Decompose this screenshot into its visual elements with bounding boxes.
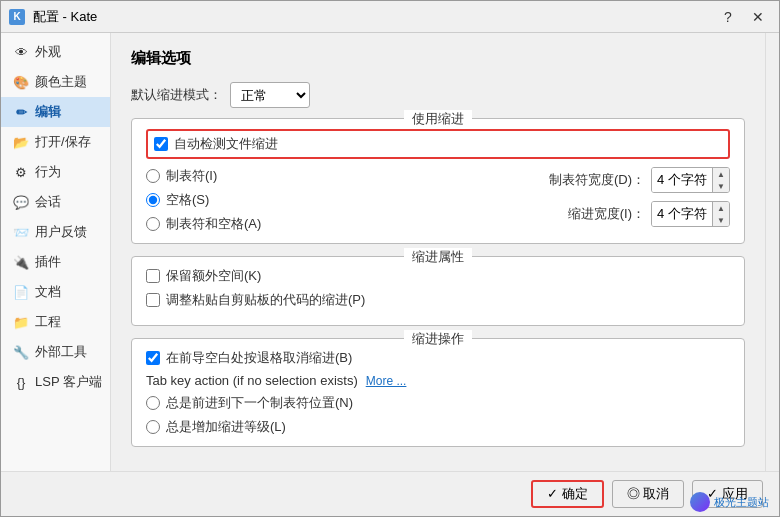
indent-width-spinner-btns: ▲ ▼ — [712, 202, 729, 226]
sidebar-label-open-save: 打开/保存 — [35, 133, 91, 151]
brand-text: 极光主题站 — [714, 495, 769, 510]
sidebar: 👁 外观 🎨 颜色主题 ✏ 编辑 📂 打开/保存 ⚙ 行为 💬 会话 — [1, 33, 111, 471]
sidebar-item-external-tools[interactable]: 🔧 外部工具 — [1, 337, 110, 367]
sidebar-label-feedback: 用户反馈 — [35, 223, 87, 241]
tab-key-action-text: Tab key action (if no selection exists) — [146, 373, 358, 388]
increase-indent-label: 总是增加缩进等级(L) — [166, 418, 286, 436]
project-icon: 📁 — [13, 314, 29, 330]
sidebar-label-plugins: 插件 — [35, 253, 61, 271]
lsp-icon: {} — [13, 374, 29, 390]
adjust-paste-checkbox[interactable] — [146, 293, 160, 307]
scrollbar[interactable] — [765, 33, 779, 471]
sidebar-item-session[interactable]: 💬 会话 — [1, 187, 110, 217]
palette-icon: 🎨 — [13, 74, 29, 90]
indent-width-input[interactable] — [652, 202, 712, 226]
tab-width-spinner: ▲ ▼ — [651, 167, 730, 193]
close-button[interactable]: ✕ — [745, 6, 771, 28]
indent-mode-select[interactable]: 正常 C/C++ Python XML — [230, 82, 310, 108]
sidebar-label-editor: 编辑 — [35, 103, 61, 121]
sidebar-item-docs[interactable]: 📄 文档 — [1, 277, 110, 307]
footer: ✓ 确定 ◎ 取消 ✓ 应用 极光主题站 — [1, 471, 779, 516]
plugin-icon: 🔌 — [13, 254, 29, 270]
space-label: 空格(S) — [166, 191, 209, 209]
folder-icon: 📂 — [13, 134, 29, 150]
sidebar-item-editor[interactable]: ✏ 编辑 — [1, 97, 110, 127]
keep-extra-space-label: 保留额外空间(K) — [166, 267, 261, 285]
indent-width-up[interactable]: ▲ — [713, 202, 729, 214]
sidebar-label-appearance: 外观 — [35, 43, 61, 61]
edit-icon: ✏ — [13, 104, 29, 120]
sidebar-label-color-theme: 颜色主题 — [35, 73, 87, 91]
indent-width-row: 缩进宽度(I)： ▲ ▼ — [549, 201, 730, 227]
behavior-icon: ⚙ — [13, 164, 29, 180]
use-indent-group: 使用缩进 自动检测文件缩进 制表符(I) 空格(S) — [131, 118, 745, 244]
main-content: 编辑选项 默认缩进模式： 正常 C/C++ Python XML 使用缩进 自动… — [111, 33, 765, 471]
indent-mode-label: 默认缩进模式： — [131, 86, 222, 104]
tab-space-radio[interactable] — [146, 217, 160, 231]
keep-extra-space-checkbox[interactable] — [146, 269, 160, 283]
next-tab-pos-label: 总是前进到下一个制表符位置(N) — [166, 394, 353, 412]
tab-width-input[interactable] — [652, 168, 712, 192]
content-area: 👁 外观 🎨 颜色主题 ✏ 编辑 📂 打开/保存 ⚙ 行为 💬 会话 — [1, 33, 779, 471]
indent-options: 制表符(I) 空格(S) 制表符和空格(A) 制表符宽度 — [146, 167, 730, 233]
next-tab-pos-row: 总是前进到下一个制表符位置(N) — [146, 394, 730, 412]
sidebar-item-project[interactable]: 📁 工程 — [1, 307, 110, 337]
ok-button[interactable]: ✓ 确定 — [531, 480, 604, 508]
app-icon: K — [9, 9, 25, 25]
tab-space-label: 制表符和空格(A) — [166, 215, 261, 233]
indent-props-title: 缩进属性 — [404, 248, 472, 266]
sidebar-label-session: 会话 — [35, 193, 61, 211]
use-indent-group-title: 使用缩进 — [404, 110, 472, 128]
space-row: 空格(S) — [146, 191, 529, 209]
auto-unindent-label: 在前导空白处按退格取消缩进(B) — [166, 349, 352, 367]
next-tab-pos-radio[interactable] — [146, 396, 160, 410]
auto-detect-label: 自动检测文件缩进 — [174, 135, 278, 153]
tab-width-row: 制表符宽度(D)： ▲ ▼ — [549, 167, 730, 193]
auto-detect-row: 自动检测文件缩进 — [146, 129, 730, 159]
session-icon: 💬 — [13, 194, 29, 210]
indent-mode-row: 默认缩进模式： 正常 C/C++ Python XML — [131, 82, 745, 108]
sidebar-item-plugins[interactable]: 🔌 插件 — [1, 247, 110, 277]
tab-width-down[interactable]: ▼ — [713, 180, 729, 192]
tab-width-up[interactable]: ▲ — [713, 168, 729, 180]
tab-width-label: 制表符宽度(D)： — [549, 171, 645, 189]
auto-unindent-checkbox[interactable] — [146, 351, 160, 365]
section-title: 编辑选项 — [131, 49, 745, 68]
sidebar-label-lsp: LSP 客户端 — [35, 373, 102, 391]
indent-width-spinner: ▲ ▼ — [651, 201, 730, 227]
window-title: 配置 - Kate — [33, 8, 97, 26]
eye-icon: 👁 — [13, 44, 29, 60]
tab-space-row: 制表符和空格(A) — [146, 215, 529, 233]
sidebar-item-open-save[interactable]: 📂 打开/保存 — [1, 127, 110, 157]
sidebar-label-project: 工程 — [35, 313, 61, 331]
indent-width-label: 缩进宽度(I)： — [568, 205, 645, 223]
indent-left-col: 制表符(I) 空格(S) 制表符和空格(A) — [146, 167, 529, 233]
sidebar-item-lsp[interactable]: {} LSP 客户端 — [1, 367, 110, 397]
auto-detect-checkbox[interactable] — [154, 137, 168, 151]
tab-char-row: 制表符(I) — [146, 167, 529, 185]
sidebar-item-appearance[interactable]: 👁 外观 — [1, 37, 110, 67]
sidebar-label-behavior: 行为 — [35, 163, 61, 181]
space-radio[interactable] — [146, 193, 160, 207]
sidebar-item-behavior[interactable]: ⚙ 行为 — [1, 157, 110, 187]
tab-char-radio[interactable] — [146, 169, 160, 183]
sidebar-label-external-tools: 外部工具 — [35, 343, 87, 361]
sidebar-item-feedback[interactable]: 📨 用户反馈 — [1, 217, 110, 247]
tab-char-label: 制表符(I) — [166, 167, 217, 185]
sidebar-label-docs: 文档 — [35, 283, 61, 301]
indent-ops-group: 缩进操作 在前导空白处按退格取消缩进(B) Tab key action (if… — [131, 338, 745, 447]
indent-right-col: 制表符宽度(D)： ▲ ▼ 缩进宽度(I)： — [549, 167, 730, 227]
cancel-button[interactable]: ◎ 取消 — [612, 480, 685, 508]
brand-icon — [690, 492, 710, 512]
doc-icon: 📄 — [13, 284, 29, 300]
indent-width-down[interactable]: ▼ — [713, 214, 729, 226]
increase-indent-radio[interactable] — [146, 420, 160, 434]
adjust-paste-row: 调整粘贴自剪贴板的代码的缩进(P) — [146, 291, 730, 309]
adjust-paste-label: 调整粘贴自剪贴板的代码的缩进(P) — [166, 291, 365, 309]
tool-icon: 🔧 — [13, 344, 29, 360]
help-button[interactable]: ? — [715, 6, 741, 28]
sidebar-item-color-theme[interactable]: 🎨 颜色主题 — [1, 67, 110, 97]
feedback-icon: 📨 — [13, 224, 29, 240]
brand-badge: 极光主题站 — [690, 492, 769, 512]
more-link[interactable]: More ... — [366, 374, 407, 388]
